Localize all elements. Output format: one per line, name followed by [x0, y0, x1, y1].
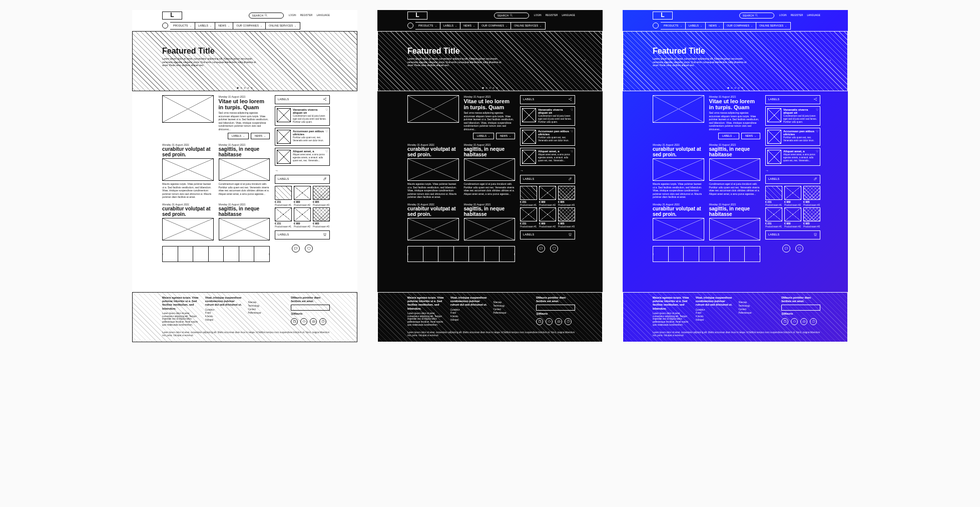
- thumbnail-placeholder[interactable]: [484, 246, 500, 262]
- toplink-register[interactable]: REGISTER: [791, 14, 803, 17]
- article-a2[interactable]: Monday 31 August 2021curabitur volutpat …: [162, 143, 214, 199]
- logo[interactable]: L: [653, 12, 673, 20]
- thumbnail-placeholder[interactable]: [239, 246, 255, 262]
- chat-button[interactable]: [782, 244, 790, 252]
- product-2[interactable]: € 985Productnaam #3: [558, 186, 575, 206]
- carousel-dots[interactable]: [482, 87, 498, 89]
- article-a5[interactable]: Monday 31 August 2021sagittis, in neque …: [219, 203, 270, 242]
- favorite-button[interactable]: [795, 244, 803, 252]
- nav-item-products[interactable]: PRODUCTS⌄: [415, 22, 440, 30]
- nav-item-labels[interactable]: LABELS⌄: [195, 22, 215, 30]
- footer-link[interactable]: Sitemap: [248, 301, 287, 304]
- nav-item-products[interactable]: PRODUCTS⌄: [170, 22, 195, 30]
- thumbnail-placeholder[interactable]: [469, 246, 484, 262]
- product-0[interactable]: € 231Productnaam #1: [275, 186, 292, 206]
- social-cloud-icon[interactable]: [300, 318, 307, 325]
- footer-link[interactable]: Contact: [494, 308, 533, 311]
- footer-link[interactable]: Sitemap: [739, 301, 778, 304]
- favorite-button[interactable]: ♡: [571, 130, 573, 134]
- article-a3[interactable]: Monday 31 August 2021sagittis, in neque …: [709, 143, 761, 199]
- toplink-language[interactable]: LANGUAGE: [807, 14, 820, 17]
- thumbnail-placeholder[interactable]: [454, 246, 469, 262]
- product-3[interactable]: € 231Productnaam #1: [520, 207, 537, 228]
- thumbnail-placeholder[interactable]: [669, 246, 684, 262]
- thumbnail-placeholder[interactable]: [714, 246, 730, 262]
- product-5[interactable]: € 985Productnaam #3: [558, 207, 575, 228]
- thumbnail-placeholder[interactable]: [423, 246, 439, 262]
- sidebar-card-1[interactable]: Accumsan pen atibus ultriciesPorttitor o…: [520, 128, 575, 146]
- cart-icon[interactable]: [568, 232, 572, 237]
- sidebar-more-link[interactable]: →: [520, 168, 575, 173]
- nav-item-online services[interactable]: ONLINE SERVICES⌄: [756, 22, 790, 30]
- product-1[interactable]: € 980Productnaam #2: [784, 186, 801, 206]
- nav-home-button[interactable]: [407, 23, 413, 29]
- thumbnail-placeholder[interactable]: [653, 246, 669, 262]
- favorite-button[interactable]: ♡: [571, 108, 573, 112]
- logo[interactable]: L: [162, 12, 182, 20]
- chat-button[interactable]: [537, 244, 545, 252]
- sidebar-card-0[interactable]: Venenatis viverra aliquet sitCondimentum…: [275, 106, 330, 126]
- nav-item-news[interactable]: NEWS⌄: [460, 22, 478, 30]
- toplink-login[interactable]: LOGIN: [534, 14, 542, 17]
- footer-link[interactable]: Contact: [739, 308, 778, 311]
- article-a4[interactable]: Monday 31 August 2021curabitur volutpat …: [162, 203, 214, 242]
- carousel-prev-button[interactable]: ‹: [638, 59, 643, 64]
- product-1[interactable]: € 980Productnaam #2: [539, 186, 556, 206]
- nav-home-button[interactable]: [162, 23, 168, 29]
- carousel-prev-button[interactable]: ‹: [147, 59, 152, 64]
- article-1[interactable]: Monday 31 August 2021Vitae ut leo lorem …: [709, 95, 761, 139]
- toplink-language[interactable]: LANGUAGE: [562, 14, 575, 17]
- footer-link[interactable]: Curabitur: [450, 309, 489, 312]
- article-1[interactable]: Monday 31 August 2021Vitae ut leo lorem …: [219, 95, 270, 139]
- cart-icon[interactable]: [323, 232, 327, 237]
- footer-link[interactable]: Pellentesque: [248, 312, 287, 315]
- favorite-button[interactable]: ♡: [816, 130, 818, 134]
- chat-button[interactable]: [292, 244, 300, 252]
- social-cloud-icon[interactable]: [546, 318, 553, 325]
- article-a4[interactable]: Monday 31 August 2021curabitur volutpat …: [407, 203, 459, 242]
- article-a5[interactable]: Monday 31 August 2021sagittis, in neque …: [464, 203, 516, 242]
- toplink-language[interactable]: LANGUAGE: [316, 14, 330, 17]
- nav-item-our companies[interactable]: OUR COMPANIES⌄: [724, 22, 756, 30]
- sidebar-card-0[interactable]: Venenatis viverra aliquet sitCondimentum…: [520, 106, 575, 126]
- nav-item-online services[interactable]: ONLINE SERVICES⌄: [266, 22, 300, 30]
- footer-link[interactable]: Technology: [248, 305, 287, 308]
- article-1[interactable]: Monday 31 August 2021Vitae ut leo lorem …: [464, 95, 516, 139]
- nav-item-news[interactable]: NEWS⌄: [215, 22, 233, 30]
- sidebar-card-1[interactable]: Accumsan pen atibus ultriciesPorttitor o…: [765, 128, 820, 146]
- favorite-button[interactable]: ♡: [325, 150, 328, 154]
- footer-link[interactable]: A faculs: [696, 315, 735, 318]
- nav-home-button[interactable]: [653, 23, 659, 29]
- article-a5[interactable]: Monday 31 August 2021sagittis, in neque …: [709, 203, 761, 242]
- footer-link[interactable]: Volutpat: [205, 319, 244, 322]
- thumbnail-placeholder[interactable]: [438, 246, 454, 262]
- footer-link[interactable]: Volutpat: [450, 319, 489, 322]
- thumb-prev-button[interactable]: ‹: [651, 252, 655, 256]
- favorite-button[interactable]: ♡: [325, 130, 328, 134]
- footer-link[interactable]: Curabitur: [205, 309, 244, 312]
- product-5[interactable]: € 985Productnaam #3: [803, 207, 820, 228]
- nav-item-our companies[interactable]: OUR COMPANIES⌄: [478, 22, 511, 30]
- product-2[interactable]: € 985Productnaam #3: [313, 186, 330, 206]
- carousel-next-button[interactable]: ›: [337, 59, 342, 64]
- favorite-button[interactable]: [550, 244, 558, 252]
- search-input[interactable]: SEARCH: [249, 13, 284, 19]
- footer-link[interactable]: A sed: [205, 312, 244, 315]
- thumbnail-placeholder[interactable]: [178, 246, 194, 262]
- footer-link[interactable]: Volutpat: [696, 319, 735, 322]
- article-a3[interactable]: Monday 31 August 2021sagittis, in neque …: [464, 143, 516, 199]
- share-icon[interactable]: [568, 97, 572, 102]
- footer-link[interactable]: A sed: [696, 312, 735, 315]
- article-a2[interactable]: Monday 31 August 2021curabitur volutpat …: [407, 143, 459, 199]
- footer-link[interactable]: Technology: [739, 305, 778, 308]
- footer-link[interactable]: A sed: [450, 312, 489, 315]
- carousel-prev-button[interactable]: ‹: [392, 59, 397, 64]
- carousel-next-button[interactable]: ›: [828, 59, 833, 64]
- nav-item-online services[interactable]: ONLINE SERVICES⌄: [511, 22, 545, 30]
- thumbnail-placeholder[interactable]: [163, 246, 178, 262]
- footer-link[interactable]: A faculs: [450, 315, 489, 318]
- footer-link[interactable]: A faculs: [205, 315, 244, 318]
- subscribe-input[interactable]: [781, 305, 820, 311]
- product-3[interactable]: € 231Productnaam #1: [765, 207, 782, 228]
- product-4[interactable]: € 980Productnaam #2: [539, 207, 556, 228]
